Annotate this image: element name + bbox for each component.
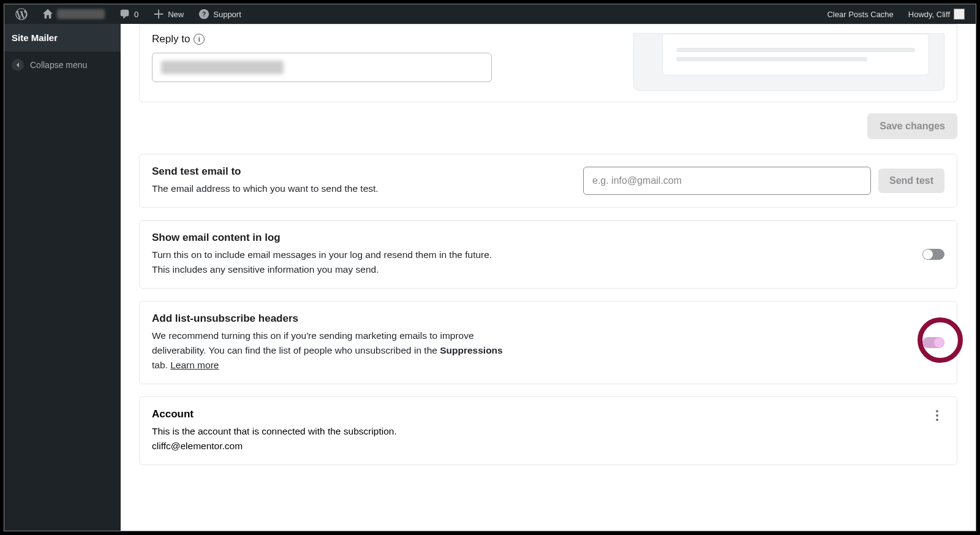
sidebar-item-site-mailer[interactable]: Site Mailer [4,24,121,51]
reply-to-value-blurred [161,61,284,74]
comments-link[interactable]: 0 [113,4,145,24]
reply-to-label: Reply to i [152,33,526,45]
send-test-button[interactable]: Send test [878,169,944,193]
send-test-card: Send test email to The email address to … [139,154,957,208]
collapse-menu-button[interactable]: Collapse menu [4,51,121,78]
support-link[interactable]: ? Support [192,4,247,24]
plus-icon [153,9,164,20]
unsubscribe-toggle[interactable] [922,337,944,348]
info-icon[interactable]: i [194,34,205,45]
avatar [954,9,965,20]
reply-to-input[interactable] [152,53,492,82]
svg-text:?: ? [202,10,206,18]
email-log-card: Show email content in log Turn this on t… [139,220,957,289]
email-preview-panel [633,33,944,91]
site-home-link[interactable] [36,4,111,24]
home-icon [42,9,53,20]
main-content: Reply to i Save changes [121,24,976,531]
email-log-toggle[interactable] [922,249,944,260]
unsubscribe-title: Add list-unsubscribe headers [152,313,507,325]
account-desc: This is the account that is connected wi… [152,424,397,453]
email-log-title: Show email content in log [152,232,492,244]
send-test-desc: The email address to which you want to s… [152,181,379,196]
test-email-input[interactable] [583,167,871,195]
help-icon: ? [198,9,209,20]
unsubscribe-desc: We recommend turning this on if you're s… [152,328,507,373]
save-changes-button[interactable]: Save changes [867,113,957,139]
account-menu-button[interactable] [930,408,944,423]
wordpress-icon [15,8,28,20]
preview-line [676,48,915,52]
admin-sidebar: Site Mailer Collapse menu [4,24,121,531]
collapse-icon [12,59,24,71]
preview-line [676,57,867,61]
email-log-desc: Turn this on to include email messages i… [152,248,492,277]
unsubscribe-headers-card: Add list-unsubscribe headers We recommen… [139,301,957,384]
comment-icon [119,9,130,20]
learn-more-link[interactable]: Learn more [170,360,219,370]
new-label: New [168,10,184,19]
clear-posts-cache[interactable]: Clear Posts Cache [821,4,899,24]
account-card: Account This is the account that is conn… [139,397,957,465]
new-content-link[interactable]: New [147,4,190,24]
site-name-blurred [57,9,105,19]
support-label: Support [213,10,241,19]
howdy-account[interactable]: Howdy, Cliff [902,4,971,24]
send-test-title: Send test email to [152,165,379,178]
wp-admin-bar: 0 New ? Support Clear Posts Cache Howdy,… [4,4,976,24]
account-email: cliffc@elementor.com [152,441,243,451]
comments-count: 0 [134,10,138,19]
sender-settings-card: Reply to i [139,24,957,102]
wp-logo-menu[interactable] [9,4,34,24]
account-title: Account [152,408,397,420]
